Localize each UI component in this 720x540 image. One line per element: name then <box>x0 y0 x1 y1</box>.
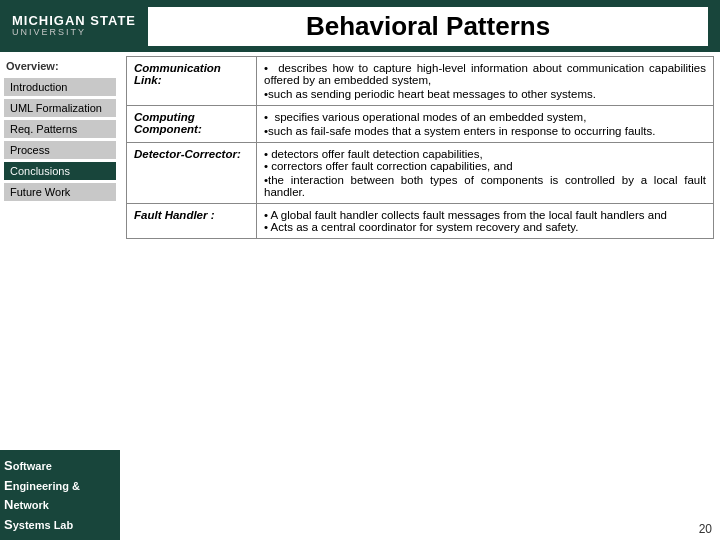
table-row: Communication Link: • describes how to c… <box>127 57 714 106</box>
term-cell: Fault Handler : <box>127 204 257 239</box>
sidebar-item-introduction[interactable]: Introduction <box>4 78 116 96</box>
bullet-block: •such as fail-safe modes that a system e… <box>264 125 706 137</box>
desc-text: • specifies various operational modes of… <box>264 111 706 137</box>
desc-text: • describes how to capture high-level in… <box>264 62 706 100</box>
bullet-block: •such as sending periodic heart beat mes… <box>264 88 706 100</box>
accent-s2: S <box>4 517 13 532</box>
desc-text: • A global fault handler collects fault … <box>264 209 667 233</box>
accent-e: E <box>4 478 13 493</box>
desc-cell: • A global fault handler collects fault … <box>257 204 714 239</box>
bullet-block: •the interaction between both types of c… <box>264 174 706 198</box>
footer-line-2: Engineering & <box>4 476 116 496</box>
msu-sub: UNIVERSITY <box>12 28 136 38</box>
page-number: 20 <box>699 522 712 536</box>
accent-n: N <box>4 497 13 512</box>
sidebar-item-req-patterns[interactable]: Req. Patterns <box>4 120 116 138</box>
patterns-table: Communication Link: • describes how to c… <box>126 56 714 239</box>
term-label: Fault Handler : <box>134 209 215 221</box>
content-area: Communication Link: • describes how to c… <box>120 52 720 540</box>
term-label: Computing Component: <box>134 111 202 135</box>
footer-sens-lab: Software Engineering & Network Systems L… <box>0 450 120 540</box>
sidebar-item-process[interactable]: Process <box>4 141 116 159</box>
desc-cell: • specifies various operational modes of… <box>257 106 714 143</box>
term-cell: Detector-Corrector: <box>127 143 257 204</box>
term-cell: Computing Component: <box>127 106 257 143</box>
table-row: Fault Handler : • A global fault handler… <box>127 204 714 239</box>
sidebar-item-conclusions[interactable]: Conclusions <box>4 162 116 180</box>
term-cell: Communication Link: <box>127 57 257 106</box>
footer-line-1: Software <box>4 456 116 476</box>
msu-name: MICHIGAN STATE <box>12 14 136 28</box>
table-row: Computing Component: • specifies various… <box>127 106 714 143</box>
accent-s: S <box>4 458 13 473</box>
sidebar-item-uml[interactable]: UML Formalization <box>4 99 116 117</box>
term-label: Communication Link: <box>134 62 221 86</box>
desc-cell: • describes how to capture high-level in… <box>257 57 714 106</box>
page-title: Behavioral Patterns <box>148 7 708 46</box>
term-label: Detector-Corrector: <box>134 148 241 160</box>
header: MICHIGAN STATE UNIVERSITY Behavioral Pat… <box>0 0 720 52</box>
footer-line-4: Systems Lab <box>4 515 116 535</box>
desc-text: • detectors offer fault detection capabi… <box>264 148 706 198</box>
sidebar-overview-label: Overview: <box>4 60 116 72</box>
sidebar-item-future-work[interactable]: Future Work <box>4 183 116 201</box>
desc-cell: • detectors offer fault detection capabi… <box>257 143 714 204</box>
table-row: Detector-Corrector: • detectors offer fa… <box>127 143 714 204</box>
footer-line-3: Network <box>4 495 116 515</box>
msu-logo: MICHIGAN STATE UNIVERSITY <box>12 14 136 38</box>
